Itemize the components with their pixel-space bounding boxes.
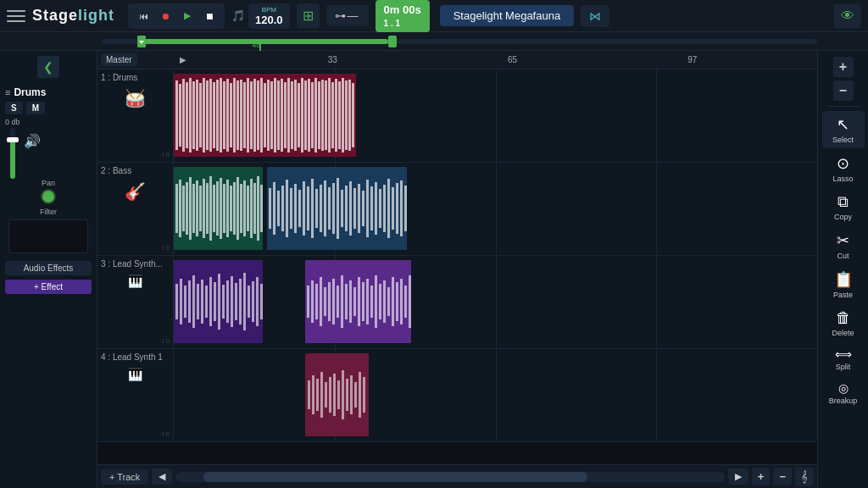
master-label[interactable]: Master [101,53,137,66]
time-display[interactable]: 0m 00s 1 . 1 [376,0,430,32]
svg-rect-8 [186,82,188,148]
track-2-canvas[interactable] [174,163,817,255]
svg-rect-95 [307,186,309,230]
svg-rect-51 [331,82,334,148]
track-name-label: Drums [14,86,46,98]
bass-icon: 🎸 [125,181,146,202]
solo-button[interactable]: S [5,102,23,114]
scroll-left-button[interactable]: ◀ [152,469,172,485]
svg-rect-104 [345,186,348,231]
synth-clip-1[interactable] [174,260,263,343]
grid-button[interactable]: ⊞ [297,3,320,28]
svg-rect-165 [404,286,407,318]
tracks-scroll[interactable]: 1 : Drums 🥁 I 0 [97,69,817,464]
volume-slider[interactable] [10,128,15,179]
track-3-canvas[interactable] [174,256,817,348]
lasso-tool-button[interactable]: ⊙ Lasso [822,150,865,187]
track-1-canvas[interactable] [174,69,817,162]
svg-rect-31 [264,83,266,147]
scrubber-right-thumb[interactable] [388,36,397,47]
bass-clip-1[interactable] [174,167,263,250]
track-menu-icon[interactable]: ≡ [5,87,10,97]
drums-clip[interactable] [174,74,356,157]
record-button[interactable]: ⏺ [155,6,175,26]
table-row: 3 : Lead Synth... 🎹 I 0 [97,256,817,349]
svg-rect-93 [298,190,301,227]
key-button[interactable]: ⊶— [326,5,369,26]
delete-tool-button[interactable]: 🗑 Delete [822,305,865,341]
synth4-clip[interactable] [305,353,369,436]
synth-clip-2[interactable] [305,260,411,343]
breakup-tool-button[interactable]: ◎ Breakup [822,377,865,409]
paste-tool-label: Paste [833,291,853,299]
svg-rect-110 [370,186,373,230]
mute-button[interactable]: M [26,102,45,114]
menu-icon[interactable] [7,7,25,25]
cut-icon: ✂ [837,231,849,250]
zoom-minus-button[interactable]: − [833,80,854,101]
zoom-out-button[interactable]: − [773,468,792,485]
table-row: 2 : Bass 🎸 I 0 [97,163,817,256]
svg-rect-23 [236,80,239,150]
paste-icon: 📋 [834,270,853,289]
zoom-in-button[interactable]: + [752,468,771,485]
scrollbar-track[interactable] [175,472,724,482]
track-3-ruler: I 0 [101,337,170,345]
svg-rect-137 [248,286,250,318]
cut-tool-button[interactable]: ✂ Cut [822,227,865,264]
stop-button[interactable]: ⏹ [199,6,220,26]
svg-rect-88 [277,191,280,226]
add-track-button[interactable]: + Track [101,469,148,485]
bass-clip-2[interactable] [267,167,407,250]
scrollbar-thumb[interactable] [203,472,587,482]
copy-tool-button[interactable]: ⧉ Copy [822,189,865,225]
svg-rect-56 [348,80,351,151]
play-button[interactable]: ▶ [177,6,198,26]
svg-rect-144 [315,284,318,319]
grid-line [656,256,657,348]
track-4-canvas[interactable] [174,349,817,441]
scroll-right-button[interactable]: ▶ [728,469,748,485]
synth4-icon: 🎹 [128,368,142,381]
share-button[interactable]: ⋈ [581,5,609,27]
topbar: Stagelight ⏮ ⏺ ▶ ⏹ 🎵 BPM 120.0 ⊞ ⊶— 0m 0… [0,0,868,32]
piano-icon-button[interactable]: 𝄞 [795,468,814,486]
scrubber-track[interactable]: 48 [102,39,817,44]
left-panel: ❮ ≡ Drums S M 0 db 🔊 [0,51,97,488]
audio-effects-button[interactable]: Audio Effects [5,261,92,275]
svg-rect-118 [404,186,407,231]
svg-rect-142 [307,286,309,318]
svg-rect-90 [286,180,288,237]
view-button[interactable]: 👁 [834,4,861,28]
split-tool-button[interactable]: ⟺ Split [822,343,865,375]
select-tool-button[interactable]: ↖ Select [822,111,865,148]
paste-tool-button[interactable]: 📋 Paste [822,266,865,303]
grid-line [496,256,497,348]
scrubber-marker-label: 48 [252,41,260,49]
pan-knob[interactable] [41,189,56,204]
svg-rect-66 [199,186,202,231]
rewind-button[interactable]: ⏮ [133,6,153,26]
svg-rect-171 [320,372,323,418]
speaker-icon[interactable]: 🔊 [24,131,41,151]
svg-rect-173 [329,377,331,413]
svg-rect-97 [315,189,318,228]
zoom-plus-button[interactable]: + [833,57,854,77]
bpm-display[interactable]: BPM 120.0 [248,3,290,29]
select-icon: ↖ [837,115,849,134]
svg-rect-140 [260,284,263,319]
collapse-button[interactable]: ❮ [37,56,59,78]
svg-rect-161 [387,287,390,316]
svg-rect-68 [206,183,209,234]
svg-rect-145 [320,277,322,326]
copy-icon: ⧉ [837,193,849,211]
svg-rect-28 [253,79,256,152]
volume-thumb[interactable] [7,137,19,142]
svg-rect-135 [239,279,242,324]
project-name[interactable]: Stagelight Megafauna [440,5,574,26]
breakup-icon: ◎ [838,381,849,395]
add-effect-button[interactable]: + Effect [5,280,92,294]
scrubber-left-thumb[interactable] [137,36,146,47]
metronome-icon[interactable]: 🎵 [231,9,245,22]
svg-rect-156 [366,279,369,324]
